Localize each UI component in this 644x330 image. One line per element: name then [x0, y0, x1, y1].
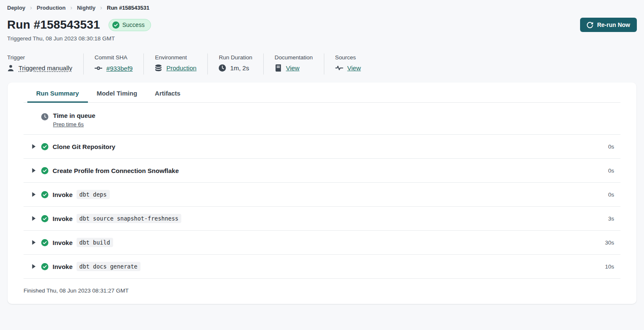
step-list: Clone Git Repository 0s Create Profile f… [24, 135, 620, 279]
tabs: Run Summary Model Timing Artifacts [24, 82, 620, 103]
breadcrumb: Deploy › Production › Nightly › Run #158… [7, 4, 637, 11]
trigger-value: Triggered manually [19, 64, 72, 72]
pulse-icon [335, 64, 343, 72]
title-row: Run #158543531 Success Re-run Now [7, 18, 637, 32]
meta-label: Environment [155, 54, 196, 61]
meta-label: Commit SHA [95, 54, 133, 61]
meta-cell-sources: Sources View [324, 53, 372, 75]
finished-timestamp: Finished Thu, 08 Jun 2023 08:31:27 GMT [24, 279, 620, 294]
status-badge-label: Success [122, 21, 145, 28]
commit-sha-link[interactable]: #933bef9 [106, 65, 133, 72]
time-in-queue-title: Time in queue [53, 112, 95, 119]
chevron-right-icon: › [70, 4, 72, 11]
check-circle-icon [112, 21, 119, 29]
breadcrumb-item-nightly[interactable]: Nightly [77, 5, 95, 11]
status-badge: Success [109, 19, 151, 31]
breadcrumb-item-deploy[interactable]: Deploy [7, 5, 25, 11]
meta-cell-environment: Environment Production [144, 53, 208, 75]
check-circle-icon [41, 263, 48, 270]
triggered-timestamp: Triggered Thu, 08 Jun 2023 08:30:18 GMT [7, 35, 637, 42]
commit-icon [95, 64, 102, 72]
rerun-now-label: Re-run Now [597, 21, 630, 28]
meta-label: Trigger [7, 54, 72, 61]
run-duration-value: 1m, 2s [230, 64, 249, 72]
check-circle-icon [41, 191, 48, 198]
step-row-clone-git[interactable]: Clone Git Repository 0s [24, 135, 620, 159]
breadcrumb-item-run: Run #158543531 [107, 5, 149, 11]
step-label: Clone Git Repository [53, 143, 115, 150]
check-circle-icon [41, 239, 48, 246]
tab-artifacts[interactable]: Artifacts [146, 82, 189, 102]
book-icon [275, 64, 282, 72]
clock-icon [219, 64, 226, 72]
step-label: Create Profile from Connection Snowflake [53, 167, 179, 174]
check-circle-icon [41, 215, 48, 222]
step-row-create-profile[interactable]: Create Profile from Connection Snowflake… [24, 159, 620, 183]
step-duration: 0s [608, 168, 614, 174]
meta-cell-documentation: Documentation View [264, 53, 324, 75]
step-command: dbt source snapshot-freshness [77, 214, 182, 223]
environment-link[interactable]: Production [166, 64, 196, 72]
meta-label: Run Duration [219, 54, 252, 61]
tab-model-timing[interactable]: Model Timing [88, 82, 146, 102]
run-meta-row: Trigger Triggered manually Commit SHA #9… [7, 53, 637, 75]
step-command: dbt deps [77, 190, 110, 199]
breadcrumb-item-production[interactable]: Production [37, 5, 66, 11]
step-command: dbt docs generate [77, 262, 140, 271]
page-title: Run #158543531 [7, 18, 100, 32]
clock-icon [41, 112, 48, 128]
step-label: Invoke [53, 215, 73, 222]
step-label: Invoke [53, 191, 73, 198]
caret-right-icon[interactable] [31, 263, 36, 269]
sources-view-link[interactable]: View [347, 64, 361, 72]
step-row-dbt-docs-generate[interactable]: Invoke dbt docs generate 10s [24, 255, 620, 279]
time-in-queue-block: Time in queue Prep time 6s [24, 103, 620, 135]
caret-right-icon[interactable] [31, 216, 36, 221]
caret-right-icon[interactable] [31, 144, 36, 149]
check-circle-icon [41, 167, 48, 174]
caret-right-icon[interactable] [31, 168, 36, 173]
documentation-view-link[interactable]: View [286, 64, 299, 72]
meta-cell-trigger: Trigger Triggered manually [7, 53, 84, 75]
database-icon [155, 64, 162, 72]
caret-right-icon[interactable] [31, 240, 36, 245]
meta-label: Sources [335, 54, 361, 61]
step-duration: 3s [608, 216, 614, 222]
rerun-now-button[interactable]: Re-run Now [580, 18, 637, 32]
chevron-right-icon: › [30, 4, 32, 11]
step-label: Invoke [53, 263, 73, 270]
page-header: Deploy › Production › Nightly › Run #158… [0, 0, 644, 75]
step-label: Invoke [53, 239, 73, 246]
step-command: dbt build [77, 238, 113, 247]
meta-cell-duration: Run Duration 1m, 2s [208, 53, 264, 75]
meta-label: Documentation [275, 54, 313, 61]
step-row-dbt-build[interactable]: Invoke dbt build 30s [24, 231, 620, 255]
tab-run-summary[interactable]: Run Summary [27, 82, 88, 102]
step-duration: 0s [608, 192, 614, 198]
step-duration: 10s [605, 263, 614, 270]
prep-time-link[interactable]: Prep time 6s [53, 121, 95, 128]
caret-right-icon[interactable] [31, 192, 36, 197]
check-circle-icon [41, 143, 48, 150]
chevron-right-icon: › [100, 4, 102, 11]
refresh-icon [587, 22, 593, 28]
meta-cell-commit: Commit SHA #933bef9 [84, 53, 144, 75]
step-row-dbt-source-freshness[interactable]: Invoke dbt source snapshot-freshness 3s [24, 207, 620, 231]
person-icon [7, 64, 14, 72]
step-duration: 30s [605, 240, 614, 246]
step-duration: 0s [608, 144, 614, 150]
step-row-dbt-deps[interactable]: Invoke dbt deps 0s [24, 183, 620, 207]
run-summary-card: Run Summary Model Timing Artifacts Time … [8, 82, 636, 304]
